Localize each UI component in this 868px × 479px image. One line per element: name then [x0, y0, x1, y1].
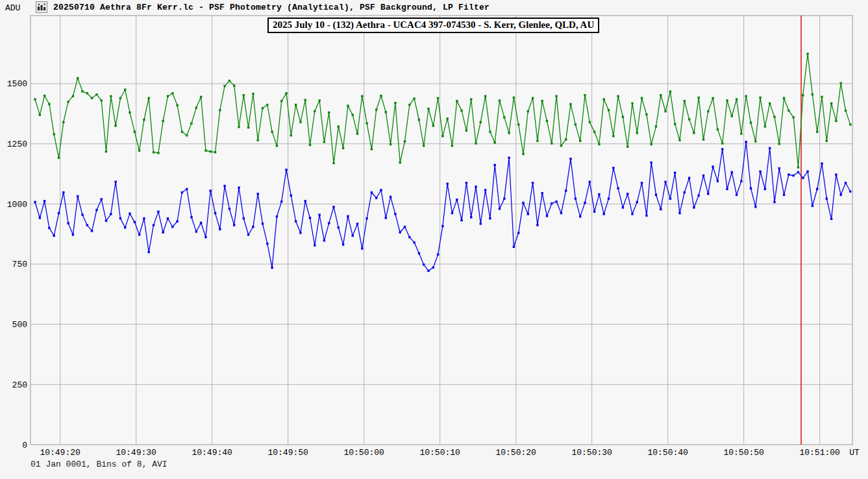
green-series-data-point	[484, 95, 486, 97]
green-series-data-point	[257, 139, 259, 141]
blue-series-data-point	[778, 167, 780, 169]
blue-series-data-point	[332, 206, 334, 208]
blue-series-data-point	[43, 200, 45, 202]
blue-series-data-point	[205, 236, 206, 238]
y-tick-label: 1500	[7, 79, 27, 89]
green-series-data-point	[626, 145, 628, 147]
blue-series-data-point	[465, 182, 467, 184]
green-series-data-point	[58, 156, 60, 158]
blue-series-data-point	[731, 171, 733, 173]
y-tick-label: 1000	[7, 200, 27, 210]
blue-series-data-point	[773, 201, 775, 203]
green-series-data-point	[655, 125, 657, 127]
blue-series-data-point	[826, 197, 828, 199]
green-series-data-point	[101, 99, 103, 101]
blue-series-data-point	[631, 213, 633, 215]
green-series-data-point	[465, 130, 467, 132]
green-series-data-point	[48, 103, 50, 105]
y-tick-label: 1250	[7, 140, 27, 149]
blue-series-data-point	[513, 246, 515, 248]
blue-series-data-point	[532, 182, 534, 184]
green-series-data-point	[67, 101, 69, 103]
green-series-data-point	[569, 103, 571, 105]
blue-series-data-point	[338, 227, 340, 228]
green-series-data-point	[660, 94, 662, 96]
green-series-data-point	[736, 98, 738, 100]
blue-series-data-point	[148, 251, 150, 253]
blue-series-data-point	[229, 208, 230, 210]
blue-series-data-point	[81, 214, 83, 215]
green-series-data-point	[205, 149, 206, 151]
green-series-data-point	[271, 130, 273, 132]
green-series-data-point	[527, 110, 529, 112]
blue-series-data-point	[678, 212, 680, 214]
blue-series-data-point	[712, 166, 713, 167]
green-series-data-point	[285, 92, 287, 94]
green-series-data-point	[399, 162, 401, 164]
green-series-data-point	[352, 114, 354, 116]
green-series-data-point	[114, 125, 116, 127]
blue-series-data-point	[641, 182, 643, 184]
x-tick-label: 10:50:00	[343, 448, 384, 458]
blue-series-data-point	[252, 226, 254, 228]
green-series-data-point	[34, 98, 36, 100]
green-series-data-point	[721, 142, 723, 144]
green-series-data-point	[81, 90, 83, 92]
blue-series-data-point	[527, 213, 529, 215]
blue-series-data-point	[645, 214, 647, 216]
blue-series-data-point	[157, 210, 159, 212]
blue-series-data-point	[110, 213, 112, 215]
blue-series-data-point	[541, 192, 543, 194]
green-series-data-point	[622, 116, 624, 117]
blue-series-data-point	[257, 193, 259, 195]
green-series-data-point	[456, 100, 458, 102]
green-series-data-point	[693, 132, 695, 134]
green-series-data-point	[522, 153, 524, 155]
blue-series-data-point	[418, 252, 420, 254]
green-series-data-point	[332, 162, 334, 164]
blue-series-data-point	[494, 164, 496, 166]
green-series-data-point	[532, 97, 534, 99]
x-tick-label: 10:50:50	[723, 448, 763, 458]
blue-series-data-point	[812, 205, 813, 207]
blue-series-data-point	[280, 201, 282, 203]
green-series-data-point	[167, 95, 169, 97]
green-series-data-point	[404, 140, 406, 142]
blue-series-data-point	[190, 216, 192, 218]
blue-series-data-point	[669, 197, 671, 199]
y-tick-label: 500	[12, 320, 27, 330]
green-series-data-point	[338, 125, 340, 127]
green-series-data-point	[299, 121, 301, 123]
green-series-data-point	[584, 94, 586, 96]
x-tick-label: 10:50:20	[495, 448, 536, 458]
green-series-data-point	[835, 120, 837, 122]
blue-series-data-point	[622, 206, 624, 208]
green-series-data-point	[598, 143, 600, 145]
green-series-data-point	[793, 116, 795, 118]
green-series-data-point	[162, 120, 164, 122]
blue-series-data-point	[114, 181, 116, 183]
green-series-data-point	[645, 114, 647, 116]
green-series-data-point	[508, 132, 510, 134]
green-series-data-point	[816, 130, 818, 132]
green-series-data-point	[314, 110, 316, 112]
blue-series-data-point	[551, 203, 552, 204]
green-series-data-point	[157, 152, 159, 154]
blue-series-data-point	[480, 223, 482, 225]
green-series-data-point	[418, 119, 420, 121]
plot-area-background[interactable]	[31, 16, 852, 445]
lightcurve-plot[interactable]: 025050075010001250150010:49:2010:49:3010…	[0, 0, 868, 479]
y-tick-label: 0	[22, 441, 27, 450]
green-series-data-point	[769, 103, 771, 104]
blue-series-data-point	[460, 219, 462, 221]
green-series-data-point	[91, 97, 93, 99]
blue-series-data-point	[835, 173, 837, 175]
blue-series-data-point	[153, 224, 155, 226]
green-series-data-point	[62, 121, 64, 123]
blue-series-data-point	[167, 217, 169, 219]
green-series-data-point	[447, 117, 449, 119]
blue-series-data-point	[176, 220, 178, 222]
green-series-data-point	[390, 143, 391, 145]
green-series-data-point	[830, 103, 832, 104]
green-series-data-point	[39, 114, 41, 116]
